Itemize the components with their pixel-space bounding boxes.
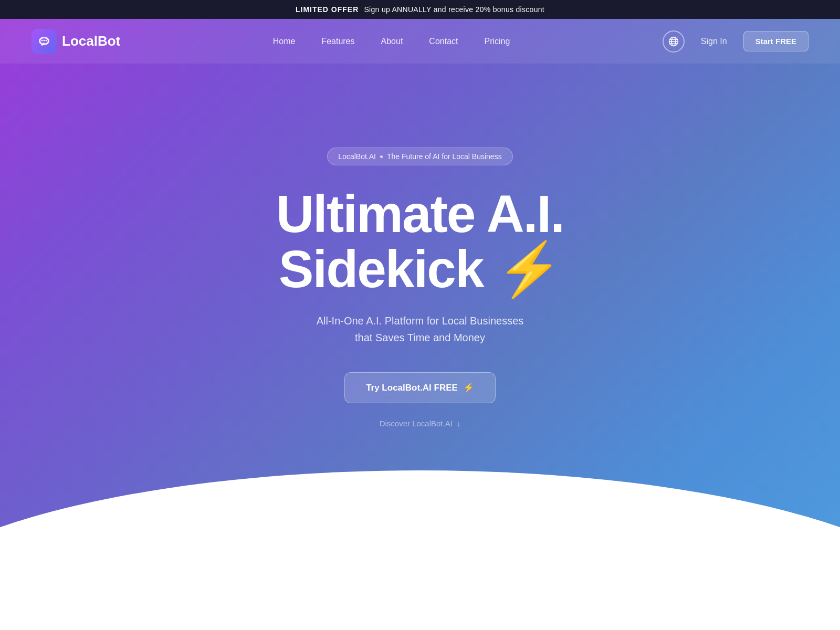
nav-home[interactable]: Home	[273, 37, 296, 46]
hero-subtitle-line2: that Saves Time and Money	[355, 332, 485, 343]
hero-subtitle-line1: All-In-One A.I. Platform for Local Busin…	[317, 315, 524, 327]
hero-badge-brand: LocalBot.AI	[338, 152, 376, 161]
try-free-button[interactable]: Try LocalBot.AI FREE ⚡	[344, 372, 496, 403]
nav-links: Home Features About Contact Pricing	[273, 37, 510, 46]
logo-icon	[32, 29, 57, 54]
hero-title-line2: Sidekick	[279, 239, 484, 298]
try-free-icon: ⚡	[463, 382, 474, 393]
offer-text: Sign up ANNUALLY and receive 20% bonus d…	[364, 5, 544, 14]
hero-badge-tagline: The Future of AI for Local Business	[387, 152, 502, 161]
lightning-icon: ⚡	[497, 242, 561, 297]
offer-label: LIMITED OFFER	[296, 5, 359, 14]
announcement-bar: LIMITED OFFER Sign up ANNUALLY and recei…	[0, 0, 840, 19]
hero-subtitle: All-In-One A.I. Platform for Local Busin…	[317, 312, 524, 346]
svg-point-3	[41, 39, 43, 41]
nav-actions: Sign In Start FREE	[663, 30, 808, 52]
logo-text: LocalBot	[62, 33, 120, 49]
logo[interactable]: LocalBot	[32, 29, 120, 54]
svg-point-4	[44, 39, 45, 41]
discover-icon: ↓	[457, 419, 461, 428]
hero-badge-dot	[380, 155, 383, 158]
discover-link[interactable]: Discover LocalBot.AI ↓	[380, 419, 461, 428]
svg-point-5	[46, 39, 47, 41]
try-free-label: Try LocalBot.AI FREE	[366, 383, 458, 393]
hero-badge: LocalBot.AI The Future of AI for Local B…	[327, 148, 512, 165]
start-free-button[interactable]: Start FREE	[743, 31, 808, 51]
hero-title: Ultimate A.I. Sidekick ⚡	[276, 186, 564, 297]
discover-text: Discover LocalBot.AI	[380, 419, 453, 428]
nav-contact[interactable]: Contact	[429, 37, 458, 46]
nav-pricing[interactable]: Pricing	[484, 37, 510, 46]
navbar: LocalBot Home Features About Contact Pri…	[0, 19, 840, 64]
hero-title-line1: Ultimate A.I.	[276, 184, 564, 243]
nav-features[interactable]: Features	[321, 37, 354, 46]
language-button[interactable]	[663, 30, 685, 52]
hero-section: LocalBot.AI The Future of AI for Local B…	[0, 19, 840, 596]
signin-button[interactable]: Sign In	[692, 33, 736, 50]
nav-about[interactable]: About	[381, 37, 403, 46]
